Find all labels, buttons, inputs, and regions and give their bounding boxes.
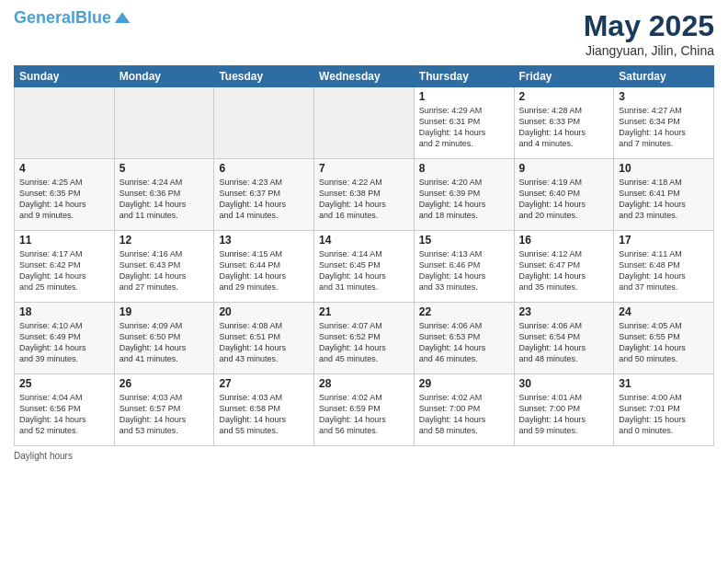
calendar-week-5: 25Sunrise: 4:04 AM Sunset: 6:56 PM Dayli…	[15, 374, 714, 446]
day-number: 11	[19, 234, 109, 247]
day-info: Sunrise: 4:08 AM Sunset: 6:51 PM Dayligh…	[219, 320, 309, 365]
day-info: Sunrise: 4:17 AM Sunset: 6:42 PM Dayligh…	[19, 248, 109, 293]
calendar-cell: 21Sunrise: 4:07 AM Sunset: 6:52 PM Dayli…	[314, 303, 415, 374]
day-info: Sunrise: 4:13 AM Sunset: 6:46 PM Dayligh…	[419, 248, 509, 293]
calendar-cell: 15Sunrise: 4:13 AM Sunset: 6:46 PM Dayli…	[414, 231, 514, 303]
logo-blue: Blue	[75, 8, 111, 27]
calendar-cell: 2Sunrise: 4:28 AM Sunset: 6:33 PM Daylig…	[514, 87, 614, 159]
day-info: Sunrise: 4:06 AM Sunset: 6:53 PM Dayligh…	[419, 320, 509, 365]
calendar-cell: 29Sunrise: 4:02 AM Sunset: 7:00 PM Dayli…	[414, 374, 514, 446]
header: GeneralBlue May 2025 Jiangyuan, Jilin, C…	[14, 9, 714, 58]
day-info: Sunrise: 4:01 AM Sunset: 7:00 PM Dayligh…	[519, 392, 609, 437]
day-info: Sunrise: 4:00 AM Sunset: 7:01 PM Dayligh…	[619, 392, 709, 437]
footer-text: Daylight hours	[14, 451, 73, 461]
calendar-cell	[314, 87, 415, 159]
calendar-cell: 6Sunrise: 4:23 AM Sunset: 6:37 PM Daylig…	[214, 159, 314, 231]
day-number: 1	[419, 90, 509, 103]
day-info: Sunrise: 4:23 AM Sunset: 6:37 PM Dayligh…	[219, 177, 309, 222]
day-number: 5	[119, 162, 210, 175]
col-header-wednesday: Wednesday	[314, 66, 415, 87]
calendar-cell: 25Sunrise: 4:04 AM Sunset: 6:56 PM Dayli…	[15, 374, 115, 446]
col-header-sunday: Sunday	[15, 66, 115, 87]
day-info: Sunrise: 4:27 AM Sunset: 6:34 PM Dayligh…	[619, 105, 709, 150]
calendar-cell: 1Sunrise: 4:29 AM Sunset: 6:31 PM Daylig…	[414, 87, 514, 159]
logo-general: General	[14, 8, 75, 27]
day-number: 4	[19, 162, 109, 175]
page: GeneralBlue May 2025 Jiangyuan, Jilin, C…	[0, 0, 728, 563]
day-number: 25	[19, 377, 109, 390]
calendar-cell: 8Sunrise: 4:20 AM Sunset: 6:39 PM Daylig…	[414, 159, 514, 231]
day-info: Sunrise: 4:07 AM Sunset: 6:52 PM Dayligh…	[319, 320, 409, 365]
day-number: 28	[319, 377, 409, 390]
calendar-cell: 12Sunrise: 4:16 AM Sunset: 6:43 PM Dayli…	[114, 231, 214, 303]
calendar-cell: 17Sunrise: 4:11 AM Sunset: 6:48 PM Dayli…	[614, 231, 714, 303]
day-number: 23	[519, 305, 609, 318]
calendar-cell: 27Sunrise: 4:03 AM Sunset: 6:58 PM Dayli…	[214, 374, 314, 446]
day-info: Sunrise: 4:28 AM Sunset: 6:33 PM Dayligh…	[519, 105, 609, 150]
day-number: 14	[319, 234, 409, 247]
logo: GeneralBlue	[14, 9, 131, 28]
calendar-cell	[214, 87, 314, 159]
calendar-cell: 9Sunrise: 4:19 AM Sunset: 6:40 PM Daylig…	[514, 159, 614, 231]
day-info: Sunrise: 4:05 AM Sunset: 6:55 PM Dayligh…	[619, 320, 709, 365]
day-number: 31	[619, 377, 709, 390]
calendar-cell: 22Sunrise: 4:06 AM Sunset: 6:53 PM Dayli…	[414, 303, 514, 374]
day-number: 20	[219, 305, 309, 318]
day-info: Sunrise: 4:06 AM Sunset: 6:54 PM Dayligh…	[519, 320, 609, 365]
day-number: 6	[219, 162, 309, 175]
svg-marker-0	[115, 12, 131, 23]
col-header-tuesday: Tuesday	[214, 66, 314, 87]
day-info: Sunrise: 4:03 AM Sunset: 6:57 PM Dayligh…	[119, 392, 210, 437]
calendar-cell: 10Sunrise: 4:18 AM Sunset: 6:41 PM Dayli…	[614, 159, 714, 231]
day-number: 15	[419, 234, 509, 247]
calendar-cell: 11Sunrise: 4:17 AM Sunset: 6:42 PM Dayli…	[15, 231, 115, 303]
footer: Daylight hours	[14, 451, 714, 461]
day-info: Sunrise: 4:03 AM Sunset: 6:58 PM Dayligh…	[219, 392, 309, 437]
day-number: 7	[319, 162, 409, 175]
day-number: 22	[419, 305, 509, 318]
calendar-cell: 7Sunrise: 4:22 AM Sunset: 6:38 PM Daylig…	[314, 159, 415, 231]
day-info: Sunrise: 4:04 AM Sunset: 6:56 PM Dayligh…	[19, 392, 109, 437]
day-number: 19	[119, 305, 210, 318]
calendar-week-2: 4Sunrise: 4:25 AM Sunset: 6:35 PM Daylig…	[15, 159, 714, 231]
day-info: Sunrise: 4:24 AM Sunset: 6:36 PM Dayligh…	[119, 177, 210, 222]
day-info: Sunrise: 4:20 AM Sunset: 6:39 PM Dayligh…	[419, 177, 509, 222]
day-number: 17	[619, 234, 709, 247]
calendar-cell: 31Sunrise: 4:00 AM Sunset: 7:01 PM Dayli…	[614, 374, 714, 446]
day-info: Sunrise: 4:02 AM Sunset: 6:59 PM Dayligh…	[319, 392, 409, 437]
col-header-friday: Friday	[514, 66, 614, 87]
day-info: Sunrise: 4:16 AM Sunset: 6:43 PM Dayligh…	[119, 248, 210, 293]
day-number: 2	[519, 90, 609, 103]
day-info: Sunrise: 4:11 AM Sunset: 6:48 PM Dayligh…	[619, 248, 709, 293]
day-number: 30	[519, 377, 609, 390]
day-number: 10	[619, 162, 709, 175]
col-header-monday: Monday	[114, 66, 214, 87]
day-number: 18	[19, 305, 109, 318]
calendar-cell: 30Sunrise: 4:01 AM Sunset: 7:00 PM Dayli…	[514, 374, 614, 446]
day-number: 24	[619, 305, 709, 318]
day-info: Sunrise: 4:09 AM Sunset: 6:50 PM Dayligh…	[119, 320, 210, 365]
day-number: 29	[419, 377, 509, 390]
day-number: 16	[519, 234, 609, 247]
day-info: Sunrise: 4:15 AM Sunset: 6:44 PM Dayligh…	[219, 248, 309, 293]
calendar-cell	[114, 87, 214, 159]
logo-text: GeneralBlue	[14, 9, 111, 28]
calendar-week-1: 1Sunrise: 4:29 AM Sunset: 6:31 PM Daylig…	[15, 87, 714, 159]
day-number: 3	[619, 90, 709, 103]
calendar-cell: 18Sunrise: 4:10 AM Sunset: 6:49 PM Dayli…	[15, 303, 115, 374]
day-info: Sunrise: 4:10 AM Sunset: 6:49 PM Dayligh…	[19, 320, 109, 365]
calendar-cell: 20Sunrise: 4:08 AM Sunset: 6:51 PM Dayli…	[214, 303, 314, 374]
day-info: Sunrise: 4:02 AM Sunset: 7:00 PM Dayligh…	[419, 392, 509, 437]
location-subtitle: Jiangyuan, Jilin, China	[584, 43, 714, 58]
calendar-cell: 5Sunrise: 4:24 AM Sunset: 6:36 PM Daylig…	[114, 159, 214, 231]
day-info: Sunrise: 4:22 AM Sunset: 6:38 PM Dayligh…	[319, 177, 409, 222]
calendar-cell: 14Sunrise: 4:14 AM Sunset: 6:45 PM Dayli…	[314, 231, 415, 303]
calendar-cell: 28Sunrise: 4:02 AM Sunset: 6:59 PM Dayli…	[314, 374, 415, 446]
month-title: May 2025	[584, 9, 714, 43]
day-number: 8	[419, 162, 509, 175]
calendar-cell	[15, 87, 115, 159]
day-number: 9	[519, 162, 609, 175]
calendar-cell: 19Sunrise: 4:09 AM Sunset: 6:50 PM Dayli…	[114, 303, 214, 374]
col-header-thursday: Thursday	[414, 66, 514, 87]
calendar-cell: 26Sunrise: 4:03 AM Sunset: 6:57 PM Dayli…	[114, 374, 214, 446]
